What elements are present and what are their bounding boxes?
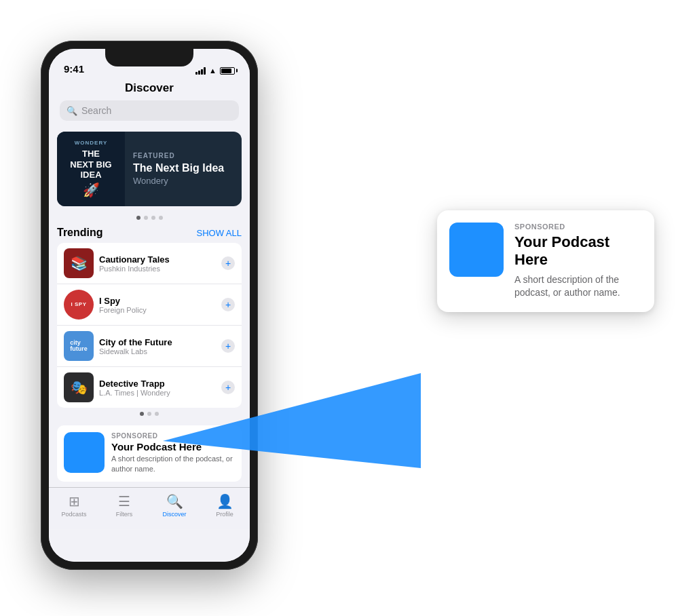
podcast-name: Cautionary Tales [99,254,216,265]
dot-3 [151,216,155,220]
podcast-artwork-city: cityfuture [64,331,94,361]
filters-icon: ☰ [118,493,130,509]
podcast-artwork-detective: 🎭 [64,372,94,402]
dot-t1 [140,412,144,416]
podcasts-icon: ⊞ [69,493,80,509]
dot-4 [159,216,163,220]
featured-brand-label: WONDERY [75,140,107,146]
featured-title: The Next Big Idea [133,162,233,174]
featured-artwork: WONDERY THE NEXT BIG IDEA 🚀 [57,132,125,206]
show-all-button[interactable]: SHOW ALL [197,228,242,238]
dot-t3 [155,412,159,416]
battery-icon [220,67,235,75]
podcast-artwork-ispy: I SPY [64,290,94,320]
tab-podcasts-label: Podcasts [61,511,86,518]
dot-1 [136,216,140,220]
podcast-name: I Spy [99,296,216,306]
tab-discover-label: Discover [162,511,186,518]
signal-icon [195,67,206,75]
svg-marker-0 [163,373,421,468]
books-icon: 📚 [71,255,88,271]
featured-image-title: THE NEXT BIG IDEA [70,149,111,180]
dot-2 [144,216,148,220]
callout-info: SPONSORED Your Podcast Here A short desc… [514,223,642,300]
callout-description: A short description of the podcast, or a… [514,273,642,300]
tab-filters[interactable]: ☰ Filters [104,493,145,518]
wifi-icon: ▲ [209,66,217,75]
dot-t2 [147,412,151,416]
list-item[interactable]: 📚 Cautionary Tales Pushkin Industries + [57,243,242,284]
nav-title: Discover [60,81,239,95]
add-button[interactable]: + [221,256,235,270]
list-item[interactable]: I SPY I Spy Foreign Policy + [57,284,242,326]
featured-tag: FEATURED [133,152,233,159]
search-bar[interactable]: 🔍 Search [60,100,239,121]
sponsored-artwork [64,432,105,473]
search-bar-placeholder: Search [81,105,111,116]
callout-card: SPONSORED Your Podcast Here A short desc… [437,210,654,312]
rocket-icon: 🚀 [83,182,100,198]
podcast-author: Foreign Policy [99,306,216,314]
podcast-artwork-cautionary: 📚 [64,248,94,278]
podcast-author: Pushkin Industries [99,265,216,273]
trending-title: Trending [57,227,103,239]
tab-filters-label: Filters [116,511,133,518]
featured-banner[interactable]: WONDERY THE NEXT BIG IDEA 🚀 FEATURED The… [57,132,242,206]
callout-sponsored-tag: SPONSORED [514,223,642,231]
status-icons: ▲ [195,66,235,75]
status-time: 9:41 [64,63,84,75]
trending-header: Trending SHOW ALL [49,224,250,243]
search-icon: 🔍 [67,106,77,116]
triangle-connector [163,332,421,509]
add-button[interactable]: + [221,298,235,311]
carousel-dots [49,216,250,220]
callout-title: Your Podcast Here [514,233,642,269]
tab-podcasts[interactable]: ⊞ Podcasts [54,493,94,518]
tab-profile-label: Profile [216,511,233,518]
featured-subtitle: Wondery [133,176,233,186]
featured-info: FEATURED The Next Big Idea Wondery [125,132,242,206]
podcast-info: Cautionary Tales Pushkin Industries [99,254,216,273]
nav-header: Discover 🔍 Search [49,79,250,126]
phone-notch [105,49,193,66]
callout-artwork [449,223,504,277]
podcast-info: I Spy Foreign Policy [99,296,216,314]
detective-icon: 🎭 [71,379,88,396]
